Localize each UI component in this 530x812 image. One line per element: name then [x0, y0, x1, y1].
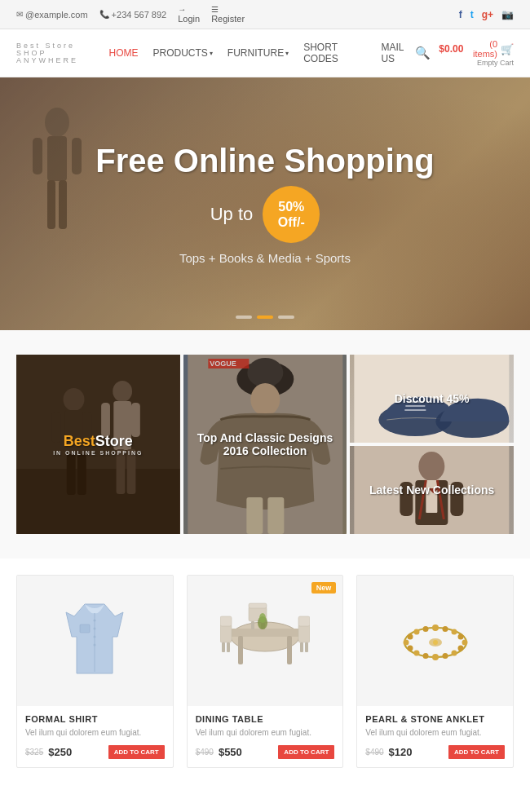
- product-desc-shirt: Vel ilum qui dolorem eum fugiat.: [25, 727, 165, 739]
- hero-badge: 50% Off/-: [263, 186, 320, 243]
- svg-point-47: [94, 644, 96, 647]
- svg-rect-3: [72, 138, 82, 174]
- svg-point-80: [407, 646, 413, 651]
- svg-point-74: [457, 646, 463, 651]
- cart-info[interactable]: $0.00 (0 items) 🛒 Empty Cart: [439, 39, 514, 67]
- hero-dot-2[interactable]: [257, 316, 273, 319]
- product-card-table: New: [187, 575, 344, 768]
- svg-point-0: [45, 108, 69, 137]
- facebook-link[interactable]: f: [459, 9, 462, 20]
- nav-home[interactable]: HOME: [109, 47, 139, 59]
- store-logo-sub: IN ONLINE SHOPPING: [53, 450, 143, 456]
- hero-dot-3[interactable]: [278, 316, 294, 319]
- product-info-shirt: FORMAL SHIRT Vel ilum qui dolorem eum fu…: [17, 706, 173, 767]
- dining-table-icon: [220, 600, 310, 682]
- svg-point-73: [462, 640, 467, 646]
- product-price-row-shirt: $325 $250 ADD TO CART: [25, 745, 165, 759]
- price-old-shirt: $325: [25, 748, 43, 757]
- product-info-anklet: PEARL & STONE ANKLET Vel ilum qui dolore…: [357, 706, 513, 767]
- svg-point-81: [403, 640, 409, 646]
- product-price-row-table: $490 $550 ADD TO CART: [196, 745, 335, 759]
- hero-title: Free Online Shopping: [95, 143, 435, 179]
- cart-items: (0 items): [466, 39, 497, 59]
- instagram-link[interactable]: 📷: [501, 9, 514, 20]
- svg-point-44: [94, 620, 96, 622]
- anklet-icon: [395, 608, 476, 673]
- promo-section: BestStore IN ONLINE SHOPPING: [0, 330, 530, 558]
- phone-icon: 📞: [99, 10, 109, 19]
- hero-content: Free Online Shopping Up to 50% Off/- Top…: [95, 143, 435, 265]
- price-new-anklet: $120: [389, 746, 413, 758]
- promo-cell-shoes[interactable]: Discount 45%: [350, 355, 514, 443]
- svg-rect-54: [222, 642, 225, 652]
- products-grid: FORMAL SHIRT Vel ilum qui dolorem eum fu…: [16, 575, 514, 768]
- svg-rect-56: [220, 616, 232, 626]
- svg-rect-52: [287, 636, 292, 664]
- nav-right: 🔍 $0.00 (0 items) 🛒 Empty Cart: [415, 39, 514, 67]
- svg-rect-58: [300, 642, 303, 652]
- svg-point-76: [442, 653, 448, 659]
- product-card-shirt: FORMAL SHIRT Vel ilum qui dolorem eum fu…: [16, 575, 174, 768]
- promo-cell-fashion[interactable]: VOGUE Top And Classic Designs 2016 Colle…: [183, 355, 347, 534]
- top-bar-left: ✉ @example.com 📞 +234 567 892 → Login ☰ …: [16, 5, 245, 24]
- product-price-row-anklet: $490 $120 ADD TO CART: [365, 745, 505, 759]
- svg-point-75: [451, 651, 457, 656]
- svg-rect-48: [80, 624, 90, 633]
- svg-point-84: [422, 626, 428, 632]
- hero-sub: Tops + Books & Media + Sports: [95, 251, 435, 265]
- svg-point-67: [259, 613, 266, 623]
- add-to-cart-anklet[interactable]: ADD TO CART: [448, 745, 505, 759]
- mannequin-left-icon: [24, 102, 90, 265]
- nav-furniture[interactable]: FURNITURE▾: [227, 47, 289, 59]
- nav-shortcodes[interactable]: SHORT CODES: [303, 42, 366, 64]
- shirt-icon: [62, 600, 127, 682]
- svg-point-70: [442, 626, 448, 632]
- login-link[interactable]: → Login: [178, 5, 200, 24]
- svg-rect-55: [227, 642, 230, 652]
- promo-cell-store[interactable]: BestStore IN ONLINE SHOPPING: [16, 355, 180, 534]
- price-new-table: $550: [219, 746, 242, 758]
- svg-point-83: [413, 629, 419, 635]
- nav-mailUs[interactable]: MAIL US: [381, 42, 415, 64]
- promo-shoes-label: Discount 45%: [350, 355, 514, 443]
- new-badge-table: New: [311, 582, 337, 594]
- product-name-shirt: FORMAL SHIRT: [25, 714, 165, 724]
- googleplus-link[interactable]: g+: [482, 9, 493, 20]
- search-icon[interactable]: 🔍: [415, 46, 431, 60]
- svg-point-82: [407, 634, 413, 640]
- promo-cell-collection[interactable]: Latest New Collections: [350, 446, 514, 534]
- cart-label: Empty Cart: [439, 59, 514, 67]
- add-to-cart-table[interactable]: ADD TO CART: [278, 745, 334, 759]
- product-image-table: New: [188, 576, 343, 706]
- cart-amount: $0.00: [439, 43, 463, 55]
- login-icon: →: [178, 5, 200, 14]
- nav-bar: Best Store SHOP ANYWHERE HOME PRODUCTS▾ …: [0, 29, 530, 77]
- register-icon: ☰: [211, 5, 245, 14]
- price-old-table: $490: [196, 748, 214, 757]
- twitter-link[interactable]: t: [470, 9, 474, 20]
- svg-rect-62: [249, 603, 267, 608]
- svg-rect-4: [47, 180, 55, 229]
- product-image-anklet: [357, 576, 513, 706]
- register-link[interactable]: ☰ Register: [211, 5, 245, 24]
- svg-point-71: [451, 629, 457, 635]
- svg-rect-2: [33, 138, 42, 174]
- product-image-shirt: [17, 576, 173, 706]
- svg-rect-5: [59, 180, 67, 229]
- nav-products[interactable]: PRODUCTS▾: [153, 47, 213, 59]
- hero-dot-1[interactable]: [236, 316, 252, 319]
- promo-grid: BestStore IN ONLINE SHOPPING: [16, 355, 514, 534]
- hero-upto-text: Up to: [210, 204, 254, 225]
- svg-rect-50: [231, 629, 299, 637]
- svg-point-72: [457, 634, 463, 640]
- social-links: f t g+ 📷: [459, 9, 514, 20]
- product-name-table: DINING TABLE: [196, 714, 335, 724]
- furniture-dropdown-icon: ▾: [285, 50, 289, 57]
- add-to-cart-shirt[interactable]: ADD TO CART: [108, 745, 165, 759]
- svg-point-78: [422, 653, 428, 659]
- svg-rect-1: [47, 136, 67, 181]
- svg-point-45: [94, 628, 96, 630]
- products-dropdown-icon: ▾: [210, 50, 213, 57]
- svg-point-77: [432, 654, 439, 660]
- svg-rect-60: [298, 616, 310, 626]
